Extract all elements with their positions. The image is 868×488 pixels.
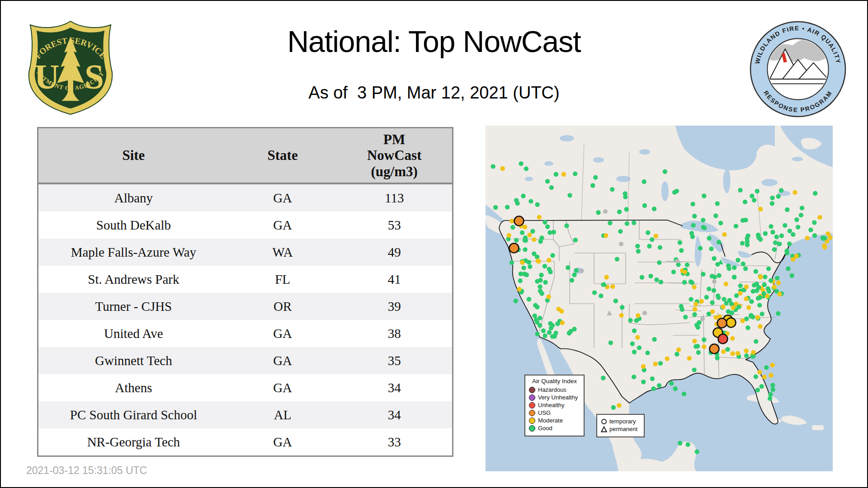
monitor-dot[interactable] (721, 305, 725, 309)
monitor-dot[interactable] (642, 311, 647, 315)
monitor-dot[interactable] (707, 236, 711, 240)
monitor-dot[interactable] (826, 231, 830, 236)
monitor-dot[interactable] (509, 219, 514, 223)
monitor-dot[interactable] (593, 175, 598, 179)
monitor-dot[interactable] (698, 246, 703, 250)
monitor-dot[interactable] (514, 299, 518, 303)
monitor-dot[interactable] (769, 373, 773, 377)
monitor-dot[interactable] (632, 350, 637, 354)
monitor-dot[interactable] (539, 273, 543, 277)
monitor-dot[interactable] (650, 237, 654, 242)
monitor-dot[interactable] (659, 280, 663, 284)
monitor-dot[interactable] (776, 281, 781, 285)
monitor-dot[interactable] (785, 251, 789, 255)
monitor-dot[interactable] (730, 336, 735, 341)
monitor-dot[interactable] (812, 220, 816, 225)
monitor-dot[interactable] (743, 266, 748, 271)
monitor-dot[interactable] (717, 273, 721, 278)
monitor-dot[interactable] (527, 297, 531, 301)
monitor-dot[interactable] (743, 200, 747, 204)
monitor-dot[interactable] (493, 205, 498, 210)
monitor-dot[interactable] (653, 361, 658, 366)
monitor-dot[interactable] (542, 264, 547, 268)
monitor-dot[interactable] (692, 367, 697, 372)
monitor-dot[interactable] (713, 213, 718, 218)
monitor-dot[interactable] (592, 290, 597, 295)
monitor-dot[interactable] (718, 221, 723, 225)
monitor-dot[interactable] (596, 210, 600, 215)
monitor-dot[interactable] (736, 351, 740, 356)
aqi-monitor-map[interactable]: Air Quality Index HazardousVery Unhealth… (486, 126, 833, 471)
monitor-dot[interactable] (788, 229, 792, 233)
monitor-dot[interactable] (752, 283, 756, 287)
monitor-dot[interactable] (528, 264, 532, 269)
monitor-dot[interactable] (654, 234, 658, 238)
monitor-dot[interactable] (726, 309, 731, 314)
monitor-dot[interactable] (791, 232, 795, 237)
monitor-dot[interactable] (650, 376, 655, 381)
monitor-dot[interactable] (707, 286, 711, 291)
monitor-dot[interactable] (822, 236, 827, 240)
monitor-dot[interactable] (572, 272, 576, 277)
monitor-dot[interactable] (692, 214, 697, 218)
monitor-dot[interactable] (722, 297, 726, 301)
monitor-dot[interactable] (651, 386, 656, 391)
monitor-dot[interactable] (682, 280, 687, 285)
monitor-dot[interactable] (599, 294, 603, 298)
monitor-dot[interactable] (632, 328, 637, 333)
monitor-dot[interactable] (746, 233, 750, 238)
monitor-dot[interactable] (604, 233, 608, 238)
monitor-dot[interactable] (822, 245, 827, 249)
monitor-dot[interactable] (573, 171, 577, 176)
monitor-dot[interactable] (521, 266, 526, 270)
monitor-dot[interactable] (693, 302, 698, 306)
monitor-dot[interactable] (685, 442, 690, 447)
monitor-dot[interactable] (695, 450, 699, 454)
monitor-dot[interactable] (658, 361, 663, 366)
monitor-dot[interactable] (636, 313, 640, 318)
monitor-dot[interactable] (540, 291, 544, 296)
monitor-dot[interactable] (776, 194, 781, 198)
monitor-dot[interactable] (755, 388, 760, 392)
monitor-dot[interactable] (615, 257, 619, 261)
monitor-dot[interactable] (532, 251, 536, 256)
monitor-dot[interactable] (678, 441, 682, 446)
monitor-dot[interactable] (716, 295, 721, 300)
monitor-dot[interactable] (652, 337, 656, 342)
monitor-dot[interactable] (712, 279, 717, 284)
monitor-dot[interactable] (550, 253, 555, 258)
monitor-dot[interactable] (570, 278, 574, 282)
monitor-dot[interactable] (756, 285, 761, 290)
monitor-dot[interactable] (712, 275, 717, 279)
monitor-dot[interactable] (744, 296, 749, 301)
monitor-dot[interactable] (796, 225, 800, 229)
monitor-dot[interactable] (528, 199, 533, 203)
monitor-dot[interactable] (628, 318, 632, 323)
monitor-dot[interactable] (657, 383, 661, 388)
monitor-dot[interactable] (669, 381, 674, 385)
monitor-dot[interactable] (762, 375, 767, 379)
monitor-dot[interactable] (783, 223, 787, 228)
monitor-dot[interactable] (608, 221, 612, 225)
monitor-dot[interactable] (777, 292, 782, 296)
monitor-dot[interactable] (545, 225, 550, 229)
monitor-dot[interactable] (641, 364, 646, 369)
monitor-dot[interactable] (518, 278, 523, 283)
monitor-dot[interactable] (530, 229, 535, 234)
monitor-dot[interactable] (646, 230, 650, 235)
monitor-dot[interactable] (618, 229, 623, 234)
monitor-dot[interactable] (772, 285, 776, 289)
monitor-dot[interactable] (625, 221, 629, 226)
monitor-dot[interactable] (770, 196, 774, 200)
monitor-dot[interactable] (640, 275, 644, 280)
monitor-dot[interactable] (507, 233, 511, 238)
monitor-dot[interactable] (604, 275, 609, 279)
monitor-dot[interactable] (709, 246, 713, 251)
monitor-dot[interactable] (675, 189, 679, 193)
monitor-dot[interactable] (654, 277, 659, 282)
highlighted-monitor-dot[interactable] (509, 244, 519, 253)
monitor-dot[interactable] (725, 347, 730, 352)
monitor-dot[interactable] (690, 280, 694, 285)
monitor-dot[interactable] (771, 387, 775, 392)
monitor-dot[interactable] (683, 315, 688, 319)
